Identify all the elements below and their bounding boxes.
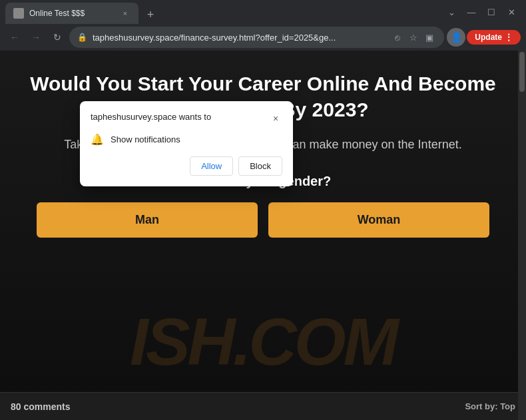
popup-header: tapheshusurvey.space wants to × [91,112,282,125]
update-button[interactable]: Update ⋮ [467,30,521,45]
popup-close-button[interactable]: × [269,112,282,125]
share-icon[interactable]: ⎋ [391,31,404,44]
profile-button[interactable]: 👤 [447,28,465,47]
extension-icon[interactable]: ▣ [423,31,436,44]
address-bar[interactable]: 🔒 tapheshusurvey.space/finance-survey.ht… [69,27,444,48]
minimize-button[interactable]: — [462,3,481,21]
tab-close-button[interactable]: × [120,8,131,19]
web-content: Would You Start Your Career Online And B… [0,51,526,420]
tab-strip: Online Test $$$ × + [5,0,442,24]
popup-permission: 🔔 Show notifications [91,133,282,146]
address-text: tapheshusurvey.space/finance-survey.html… [93,33,386,43]
man-button[interactable]: Man [37,202,258,238]
chevron-down-icon[interactable]: ⌄ [442,3,461,21]
active-tab[interactable]: Online Test $$$ × [5,3,138,24]
sort-value: Top [500,401,515,411]
forward-button[interactable]: → [27,28,45,47]
lock-icon: 🔒 [77,33,87,42]
bell-icon: 🔔 [91,133,104,146]
new-tab-button[interactable]: + [141,5,160,24]
refresh-button[interactable]: ↻ [48,28,67,47]
window-controls: ⌄ — ☐ ✕ [442,3,521,21]
allow-button[interactable]: Allow [190,156,233,176]
tab-label: Online Test $$$ [29,9,115,18]
notification-popup: tapheshusurvey.space wants to × 🔔 Show n… [80,101,293,186]
browser-chrome: Online Test $$$ × + ⌄ — ☐ ✕ ← → ↻ 🔒 taph… [0,0,526,51]
popup-site-text: tapheshusurvey.space wants to [91,112,211,122]
sort-label: Sort by: [465,401,497,411]
toolbar-right: 👤 Update ⋮ [447,28,521,47]
update-menu-icon: ⋮ [505,33,513,42]
maximize-button[interactable]: ☐ [482,3,501,21]
woman-button[interactable]: Woman [268,202,489,238]
title-bar: Online Test $$$ × + ⌄ — ☐ ✕ [0,0,526,24]
address-icons: ⎋ ☆ ▣ [391,31,436,44]
close-button[interactable]: ✕ [502,3,521,21]
update-label: Update [475,33,502,42]
permission-text: Show notifications [111,134,180,144]
bookmark-icon[interactable]: ☆ [407,31,420,44]
toolbar: ← → ↻ 🔒 tapheshusurvey.space/finance-sur… [0,24,526,51]
gender-buttons: Man Woman [37,202,489,238]
sort-by: Sort by: Top [465,401,515,411]
scrollbar-thumb[interactable] [519,52,525,92]
tab-favicon [13,8,24,19]
scrollbar[interactable] [518,51,526,420]
block-button[interactable]: Block [238,156,282,176]
back-button[interactable]: ← [5,28,24,47]
bottom-bar: 80 comments Sort by: Top [0,392,526,420]
comments-count: 80 comments [11,401,70,412]
popup-actions: Allow Block [91,156,282,176]
